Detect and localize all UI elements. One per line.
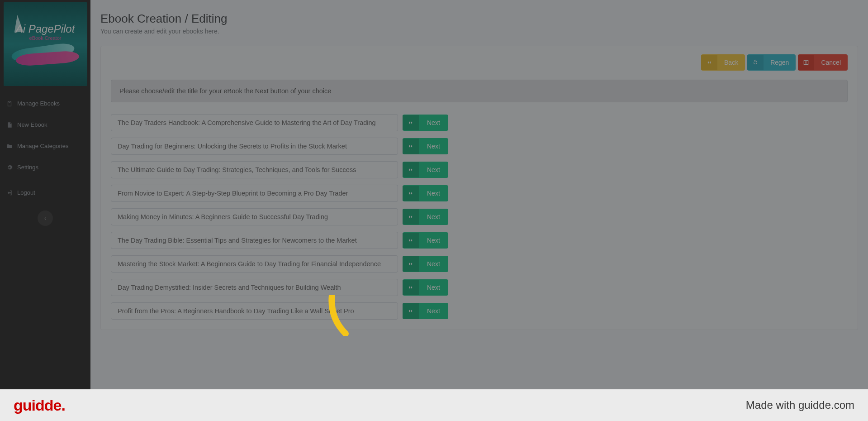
app-logo: Ai PagePilot eBook Creator	[4, 2, 87, 86]
title-row: Next	[111, 279, 848, 296]
sidebar-item-label: Settings	[17, 164, 38, 171]
title-row: Next	[111, 302, 848, 320]
title-input[interactable]	[111, 302, 398, 320]
back-button[interactable]: Back	[701, 54, 745, 71]
next-button-label: Next	[419, 279, 448, 296]
next-button-label: Next	[419, 138, 448, 154]
sidebar-item-label: Manage Categories	[17, 143, 68, 149]
title-input[interactable]	[111, 114, 398, 131]
sidebar-divider	[5, 180, 85, 180]
next-button[interactable]: Next	[403, 162, 448, 178]
sidebar-item-logout[interactable]: Logout	[0, 182, 90, 203]
chevron-left-icon: ‹	[44, 215, 47, 222]
title-row: Next	[111, 232, 848, 249]
title-row: Next	[111, 185, 848, 202]
instruction-banner: Please choose/edit the title for your eB…	[111, 80, 848, 102]
next-button[interactable]: Next	[403, 138, 448, 154]
page-title: Ebook Creation / Editing	[100, 12, 858, 26]
sidebar-item-manage-ebooks[interactable]: Manage Ebooks	[0, 93, 90, 114]
chevrons-right-icon	[403, 233, 419, 248]
next-button-label: Next	[419, 232, 448, 249]
sidebar-item-new-ebook[interactable]: New Ebook	[0, 114, 90, 135]
next-button[interactable]: Next	[403, 279, 448, 296]
regen-button-label: Regen	[764, 54, 796, 71]
back-button-label: Back	[717, 54, 745, 71]
close-square-icon	[798, 55, 814, 70]
chevrons-right-icon	[403, 162, 419, 177]
next-button-label: Next	[419, 162, 448, 178]
title-input[interactable]	[111, 161, 398, 178]
next-button[interactable]: Next	[403, 303, 448, 319]
cancel-button[interactable]: Cancel	[798, 54, 848, 71]
logout-icon	[6, 190, 13, 196]
sidebar: Ai PagePilot eBook Creator Manage Ebooks…	[0, 0, 90, 421]
chevrons-right-icon	[403, 139, 419, 154]
chevrons-right-icon	[403, 209, 419, 225]
chevrons-right-icon	[403, 115, 419, 130]
page-subtitle: You can create and edit your ebooks here…	[100, 28, 858, 35]
chevrons-left-icon	[701, 55, 717, 70]
next-button-label: Next	[419, 209, 448, 225]
refresh-icon	[747, 55, 764, 70]
chevrons-right-icon	[403, 280, 419, 295]
next-button[interactable]: Next	[403, 232, 448, 249]
next-button-label: Next	[419, 185, 448, 201]
logo-title: Ai PagePilot	[16, 23, 75, 35]
next-button-label: Next	[419, 303, 448, 319]
clipboard-icon	[6, 100, 13, 107]
title-row: Next	[111, 161, 848, 178]
cancel-button-label: Cancel	[814, 54, 848, 71]
title-input[interactable]	[111, 138, 398, 155]
next-button[interactable]: Next	[403, 256, 448, 272]
main-content: Ebook Creation / Editing You can create …	[90, 0, 868, 421]
chevrons-right-icon	[403, 303, 419, 319]
sidebar-nav: Manage Ebooks New Ebook Manage Categorie…	[0, 93, 90, 203]
folder-icon	[6, 143, 13, 149]
title-row: Next	[111, 114, 848, 131]
regen-button[interactable]: Regen	[747, 54, 796, 71]
sidebar-item-label: Logout	[17, 189, 35, 196]
watermark-bar: guidde. Made with guidde.com	[0, 389, 868, 421]
next-button-label: Next	[419, 256, 448, 272]
sidebar-item-manage-categories[interactable]: Manage Categories	[0, 135, 90, 157]
chevrons-right-icon	[403, 186, 419, 201]
title-input[interactable]	[111, 208, 398, 225]
sidebar-item-settings[interactable]: Settings	[0, 157, 90, 178]
next-button[interactable]: Next	[403, 115, 448, 131]
editor-panel: Back Regen Cancel Please choose/edit the…	[100, 46, 858, 330]
chevrons-right-icon	[403, 256, 419, 272]
title-input[interactable]	[111, 255, 398, 273]
sidebar-item-label: Manage Ebooks	[17, 100, 60, 107]
next-button-label: Next	[419, 115, 448, 131]
title-row: Next	[111, 255, 848, 273]
next-button[interactable]: Next	[403, 185, 448, 201]
title-input[interactable]	[111, 279, 398, 296]
watermark-text: Made with guidde.com	[746, 399, 854, 411]
app-root: Ai PagePilot eBook Creator Manage Ebooks…	[0, 0, 868, 421]
sidebar-collapse-button[interactable]: ‹	[38, 210, 53, 226]
gear-icon	[6, 164, 13, 171]
next-button[interactable]: Next	[403, 209, 448, 225]
title-row: Next	[111, 208, 848, 225]
action-buttons: Back Regen Cancel	[111, 54, 848, 71]
title-input[interactable]	[111, 185, 398, 202]
sidebar-item-label: New Ebook	[17, 121, 47, 128]
title-suggestion-list: NextNextNextNextNextNextNextNextNext	[111, 114, 848, 320]
logo-subtitle: eBook Creator	[14, 35, 77, 41]
file-icon	[6, 122, 13, 128]
watermark-logo: guidde.	[14, 397, 65, 414]
title-row: Next	[111, 138, 848, 155]
title-input[interactable]	[111, 232, 398, 249]
